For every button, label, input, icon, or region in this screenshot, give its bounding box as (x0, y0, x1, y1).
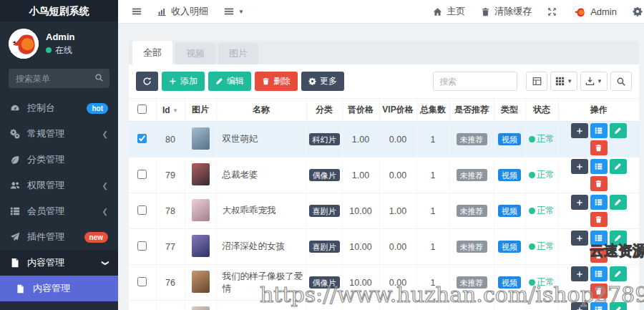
column-header-图片[interactable]: 图片 (185, 99, 216, 122)
recommend-badge[interactable]: 未推荐 (457, 169, 487, 181)
column-header-是否推荐[interactable]: 是否推荐 (449, 99, 494, 122)
row-thumbnail-cell[interactable] (185, 193, 216, 229)
column-header-晋价格[interactable]: 晋价格 (342, 99, 379, 122)
nav-item-清除缓存[interactable]: 清除缓存 (473, 0, 540, 24)
sidebar-item-label: 会员管理 (27, 205, 96, 218)
row-edit-button[interactable] (610, 123, 627, 138)
recommend-badge[interactable]: 未推荐 (457, 241, 487, 253)
nav-item-收入明细[interactable]: 收入明细 (150, 0, 216, 24)
columns-button[interactable]: ▼ (550, 72, 577, 91)
row-delete-button[interactable] (590, 176, 608, 191)
row-detail-button[interactable] (590, 123, 608, 138)
row-add-button[interactable] (571, 195, 588, 210)
row-detail-button[interactable] (590, 195, 608, 210)
sidebar-item-内容管理[interactable]: 内容管理❯ (0, 250, 118, 276)
row-edit-button[interactable] (610, 266, 627, 281)
row-add-button[interactable] (571, 302, 588, 310)
column-header-总集数[interactable]: 总集数 (416, 99, 449, 122)
type-badge: 视频 (498, 133, 521, 145)
add-button[interactable]: 添加 (162, 72, 205, 91)
nav-item-主页[interactable]: 主页 (425, 0, 473, 24)
poster-thumbnail[interactable] (192, 163, 210, 185)
tab-图片[interactable]: 图片 (218, 43, 258, 64)
more-button[interactable]: 更多 (301, 72, 344, 91)
row-detail-button[interactable] (590, 302, 608, 310)
recommend-badge[interactable]: 未推荐 (457, 276, 487, 289)
row-thumbnail-cell[interactable] (185, 265, 216, 301)
row-add-button[interactable] (571, 231, 588, 246)
fullscreen-button[interactable] (540, 0, 565, 24)
settings-button[interactable] (625, 0, 644, 24)
nav-item-分类管理[interactable]: 分类管理 (150, 24, 216, 24)
column-header-名称[interactable]: 名称 (216, 99, 306, 122)
gear-icon (308, 77, 316, 85)
search-submit-button[interactable] (610, 72, 632, 91)
row-delete-button[interactable] (590, 284, 608, 299)
row-delete-button[interactable] (590, 248, 608, 263)
row-add-button[interactable] (571, 123, 588, 138)
row-checkbox-cell (129, 122, 156, 158)
row-add-button[interactable] (571, 159, 588, 174)
row-thumbnail-cell[interactable] (185, 158, 216, 193)
status-dot-icon (529, 279, 535, 286)
sidebar-item-插件管理[interactable]: 插件管理new (0, 224, 118, 250)
table-search-input[interactable] (433, 72, 517, 91)
column-header-VIP价格[interactable]: VIP价格 (379, 99, 416, 122)
row-detail-button[interactable] (590, 159, 608, 174)
row-thumbnail-cell[interactable] (185, 122, 216, 158)
table-row: 78大叔乖乖宠我喜剧片10.001.001未推荐视频正常 (129, 193, 639, 229)
row-checkbox[interactable] (137, 277, 147, 286)
row-checkbox[interactable] (137, 170, 147, 179)
column-header-状态[interactable]: 状态 (525, 99, 558, 122)
row-edit-button[interactable] (610, 231, 627, 246)
row-thumbnail-cell[interactable] (185, 301, 216, 310)
row-vip-price: 0.00 (379, 265, 416, 301)
toggle-view-button[interactable] (526, 72, 547, 91)
row-thumbnail-cell[interactable] (185, 229, 216, 265)
column-header-分类[interactable]: 分类 (306, 99, 342, 122)
row-delete-button[interactable] (590, 140, 608, 155)
poster-thumbnail[interactable] (192, 306, 210, 310)
select-all-checkbox[interactable] (137, 105, 147, 114)
poster-thumbnail[interactable] (192, 199, 210, 221)
row-edit-button[interactable] (610, 302, 627, 310)
dash-icon (10, 103, 21, 113)
sidebar-item-权限管理[interactable]: 权限管理❮ (0, 173, 118, 198)
grid-icon (555, 77, 565, 86)
row-detail-button[interactable] (590, 266, 608, 281)
trash-icon (481, 7, 490, 16)
sidebar-item-会员管理[interactable]: 会员管理❮ (0, 198, 118, 224)
edit-button[interactable]: 编辑 (208, 72, 251, 91)
poster-thumbnail[interactable] (192, 235, 210, 257)
column-header-Id[interactable]: Id ▼ (156, 99, 185, 122)
nav-more-dropdown[interactable]: ▼ (216, 0, 252, 24)
row-add-button[interactable] (571, 266, 588, 281)
recommend-badge[interactable]: 未推荐 (457, 133, 487, 145)
row-edit-button[interactable] (610, 159, 627, 174)
export-button[interactable]: ▼ (580, 72, 608, 91)
poster-thumbnail[interactable] (192, 271, 210, 293)
row-checkbox[interactable] (137, 205, 147, 215)
delete-button[interactable]: 删除 (255, 72, 298, 91)
column-header-类型[interactable]: 类型 (494, 99, 525, 122)
type-badge: 视频 (498, 241, 521, 253)
sidebar-item-分类管理[interactable]: 分类管理 (0, 147, 118, 173)
row-checkbox[interactable] (137, 241, 147, 251)
row-checkbox-cell (129, 229, 156, 265)
row-detail-button[interactable] (590, 231, 608, 246)
row-edit-button[interactable] (610, 195, 627, 210)
column-header-操作[interactable]: 操作 (558, 99, 639, 122)
refresh-button[interactable] (136, 72, 158, 91)
tab-全部[interactable]: 全部 (132, 41, 172, 64)
row-checkbox[interactable] (137, 134, 147, 143)
sidebar-subitem-内容管理[interactable]: 内容管理 (0, 276, 118, 301)
sidebar-toggle-button[interactable] (124, 0, 150, 24)
navbar-user[interactable]: Admin (565, 0, 625, 24)
sidebar-item-控制台[interactable]: 控制台hot (0, 95, 118, 121)
recommend-badge[interactable]: 未推荐 (457, 205, 487, 217)
row-delete-button[interactable] (590, 212, 608, 227)
poster-thumbnail[interactable] (192, 127, 210, 150)
expand-icon (547, 7, 557, 16)
tab-视频[interactable]: 视频 (175, 43, 215, 64)
sidebar-item-常规管理[interactable]: 常规管理❮ (0, 121, 118, 147)
